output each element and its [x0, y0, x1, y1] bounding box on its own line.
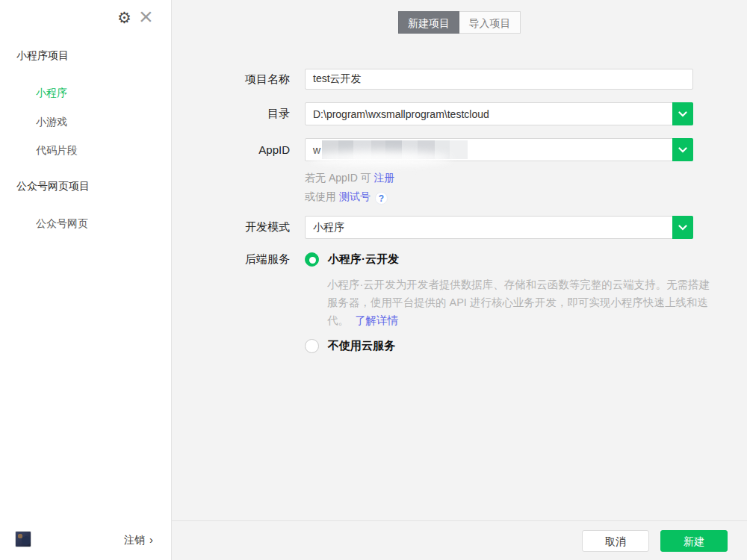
form-row-backend-service: 后端服务 小程序·云开发 [172, 252, 399, 267]
project-tabs: 新建项目 导入项目 [398, 11, 521, 34]
main-panel: 新建项目 导入项目 项目名称 test云开发 目录 D:\program\wxs… [172, 0, 747, 560]
footer-divider [172, 520, 747, 521]
logout-label: 注销 [124, 534, 145, 546]
logout-button[interactable]: 注销› [124, 533, 153, 547]
form-row-directory: 目录 D:\program\wxsmallprogram\testcloud [172, 102, 693, 125]
directory-select[interactable]: D:\program\wxsmallprogram\testcloud [305, 102, 693, 125]
cloud-dev-description: 小程序·云开发为开发者提供数据库、存储和云函数等完整的云端支持。无需搭建服务器，… [327, 276, 717, 329]
no-cloud-radio-label: 不使用云服务 [328, 339, 395, 353]
gear-icon[interactable]: ⚙ [117, 9, 131, 27]
cloud-dev-radio-option[interactable]: 小程序·云开发 [305, 252, 399, 267]
register-link[interactable]: 注册 [374, 172, 395, 184]
help-question-icon[interactable]: ? [375, 192, 388, 205]
chevron-right-icon: › [149, 533, 153, 546]
tab-new-project[interactable]: 新建项目 [398, 11, 459, 34]
form-row-dev-mode: 开发模式 小程序 [172, 216, 693, 239]
no-cloud-radio-option[interactable]: 不使用云服务 [305, 339, 395, 353]
dev-mode-dropdown-button[interactable] [672, 216, 693, 239]
tab-import-project[interactable]: 导入项目 [459, 11, 521, 34]
form-row-project-name: 项目名称 test云开发 [172, 69, 693, 90]
appid-helper-text1: 若无 AppID 可 [305, 172, 371, 184]
directory-value: D:\program\wxsmallprogram\testcloud [313, 108, 489, 120]
appid-blur-mosaic [322, 140, 468, 159]
appid-helper-line2: 或使用 测试号? [305, 187, 395, 206]
close-icon[interactable]: × [139, 3, 153, 30]
sidebar-item-official-account-web[interactable]: 公众号网页 [36, 217, 88, 231]
dev-mode-value: 小程序 [313, 221, 344, 234]
directory-dropdown-button[interactable] [672, 102, 693, 125]
sidebar-item-miniprogram[interactable]: 小程序 [36, 87, 67, 100]
appid-helper: 若无 AppID 可 注册 或使用 测试号? [305, 169, 395, 206]
learn-more-link[interactable]: 了解详情 [355, 314, 398, 326]
sidebar-item-minigame[interactable]: 小游戏 [36, 116, 67, 129]
sidebar-item-code-snippet[interactable]: 代码片段 [36, 144, 78, 158]
appid-dropdown-button[interactable] [672, 138, 693, 161]
user-avatar[interactable] [15, 531, 31, 547]
create-button[interactable]: 新建 [660, 530, 728, 552]
project-name-label: 项目名称 [172, 72, 290, 87]
cancel-button[interactable]: 取消 [582, 530, 649, 552]
chevron-down-icon [678, 111, 687, 117]
directory-label: 目录 [172, 107, 290, 121]
project-name-value: test云开发 [313, 72, 362, 86]
project-name-input[interactable]: test云开发 [305, 69, 693, 90]
sidebar-section-miniprogram-projects: 小程序项目 [16, 49, 69, 63]
appid-helper-line1: 若无 AppID 可 注册 [305, 169, 395, 187]
dev-mode-label: 开发模式 [172, 220, 290, 234]
form-row-appid: AppID w [172, 138, 693, 161]
appid-helper-text2: 或使用 [305, 190, 336, 202]
chevron-down-icon [678, 225, 687, 231]
backend-service-label: 后端服务 [172, 252, 290, 267]
cloud-dev-radio-label: 小程序·云开发 [328, 252, 399, 267]
test-account-link[interactable]: 测试号 [339, 190, 371, 202]
chevron-down-icon [678, 147, 687, 153]
appid-value: w [313, 144, 320, 156]
sidebar: ⚙ × 小程序项目 小程序 小游戏 代码片段 公众号网页项目 公众号网页 注销› [0, 0, 172, 560]
radio-selected-icon[interactable] [305, 252, 319, 267]
radio-unselected-icon[interactable] [305, 339, 319, 353]
dev-mode-select[interactable]: 小程序 [305, 216, 693, 239]
appid-label: AppID [172, 143, 290, 156]
appid-select[interactable]: w [305, 138, 693, 161]
sidebar-section-official-account-web: 公众号网页项目 [16, 180, 90, 193]
new-project-dialog: ⚙ × 小程序项目 小程序 小游戏 代码片段 公众号网页项目 公众号网页 注销›… [0, 0, 747, 560]
